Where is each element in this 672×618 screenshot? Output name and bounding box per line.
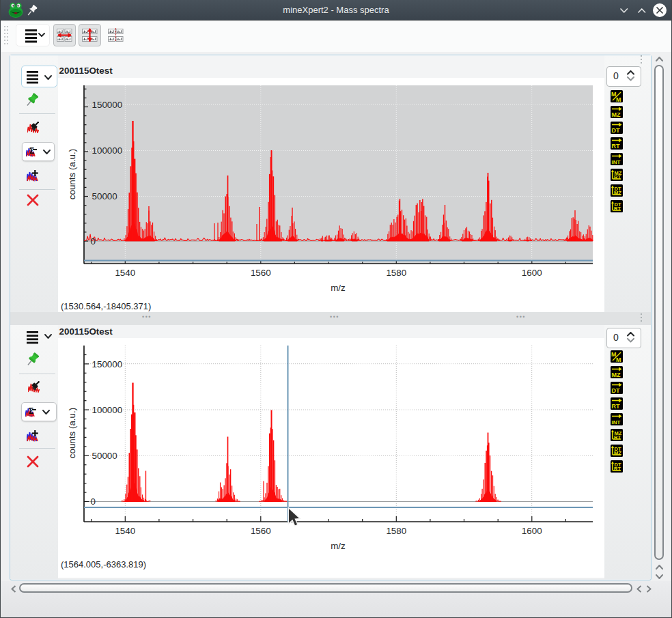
svg-text:RT: RT bbox=[614, 206, 621, 212]
svg-text:MZ: MZ bbox=[612, 111, 621, 118]
svg-text:m/z: m/z bbox=[331, 541, 346, 551]
svg-text:1540: 1540 bbox=[115, 268, 135, 278]
svg-text:150000: 150000 bbox=[92, 359, 123, 369]
svg-text:150000: 150000 bbox=[92, 100, 123, 110]
svg-text:1560: 1560 bbox=[251, 526, 271, 536]
svg-text:100000: 100000 bbox=[92, 145, 123, 156]
svg-text:(1564.005,-6363.819): (1564.005,-6363.819) bbox=[61, 559, 146, 570]
svg-text:200115Otest: 200115Otest bbox=[59, 66, 113, 76]
svg-text:RT: RT bbox=[614, 174, 621, 180]
svg-text:RT: RT bbox=[612, 143, 620, 150]
svg-text:1600: 1600 bbox=[522, 268, 542, 278]
svg-text:INT: INT bbox=[612, 419, 621, 425]
svg-text:M: M bbox=[616, 96, 621, 103]
svg-text:RT: RT bbox=[614, 466, 621, 472]
svg-text:1580: 1580 bbox=[386, 526, 406, 536]
svg-text:MZ: MZ bbox=[614, 190, 621, 196]
svg-text:MZ: MZ bbox=[614, 450, 621, 456]
svg-text:RT: RT bbox=[614, 434, 621, 440]
svg-text:1560: 1560 bbox=[251, 268, 271, 278]
svg-text:50000: 50000 bbox=[92, 451, 117, 461]
svg-text:DT: DT bbox=[612, 387, 620, 394]
svg-text:1540: 1540 bbox=[115, 526, 135, 536]
svg-text:0: 0 bbox=[91, 236, 96, 247]
svg-text:DT: DT bbox=[612, 127, 620, 134]
svg-text:100000: 100000 bbox=[92, 405, 123, 415]
svg-text:MZ: MZ bbox=[612, 371, 621, 378]
svg-text:counts (a.u.): counts (a.u.) bbox=[67, 149, 77, 199]
svg-text:RT: RT bbox=[612, 403, 620, 410]
svg-text:Σ: Σ bbox=[29, 146, 34, 156]
svg-text:1580: 1580 bbox=[386, 268, 406, 278]
svg-text:m/z: m/z bbox=[331, 283, 346, 293]
svg-text:M: M bbox=[616, 356, 621, 363]
svg-text:counts (a.u.): counts (a.u.) bbox=[67, 408, 77, 458]
svg-text:Σ: Σ bbox=[29, 406, 33, 416]
svg-text:50000: 50000 bbox=[92, 191, 117, 201]
svg-text:(1530.564,-18405.371): (1530.564,-18405.371) bbox=[61, 301, 151, 311]
svg-text:0: 0 bbox=[91, 496, 96, 507]
svg-text:INT: INT bbox=[612, 159, 621, 165]
svg-text:200115Otest: 200115Otest bbox=[59, 326, 113, 337]
svg-text:1600: 1600 bbox=[522, 526, 542, 536]
